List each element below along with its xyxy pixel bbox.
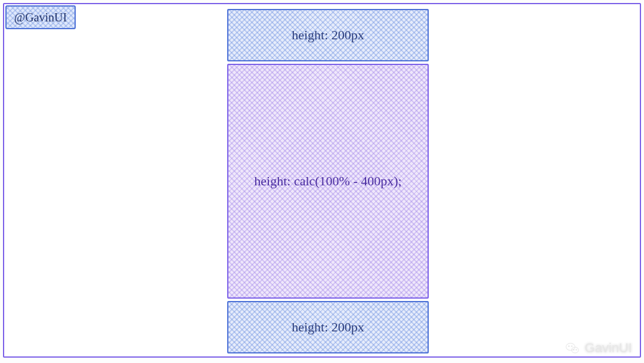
author-badge-label: @GavinUI (14, 11, 67, 24)
content-box-label: height: calc(100% - 400px); (254, 173, 401, 189)
header-box: height: 200px (227, 9, 429, 61)
svg-point-4 (573, 349, 574, 350)
footer-box: height: 200px (227, 301, 429, 353)
watermark-text: GavinUI (585, 340, 632, 356)
svg-point-2 (568, 346, 569, 347)
layout-stack: height: 200px height: calc(100% - 400px)… (227, 9, 429, 353)
content-box: height: calc(100% - 400px); (227, 64, 429, 299)
header-box-label: height: 200px (292, 27, 364, 43)
watermark: GavinUI (565, 340, 632, 356)
wechat-icon (565, 340, 580, 356)
footer-box-label: height: 200px (292, 319, 364, 335)
diagram-frame: @GavinUI height: 200px height: calc(100%… (3, 3, 641, 358)
svg-point-3 (571, 346, 572, 347)
author-badge: @GavinUI (5, 5, 76, 29)
svg-point-5 (575, 349, 576, 350)
